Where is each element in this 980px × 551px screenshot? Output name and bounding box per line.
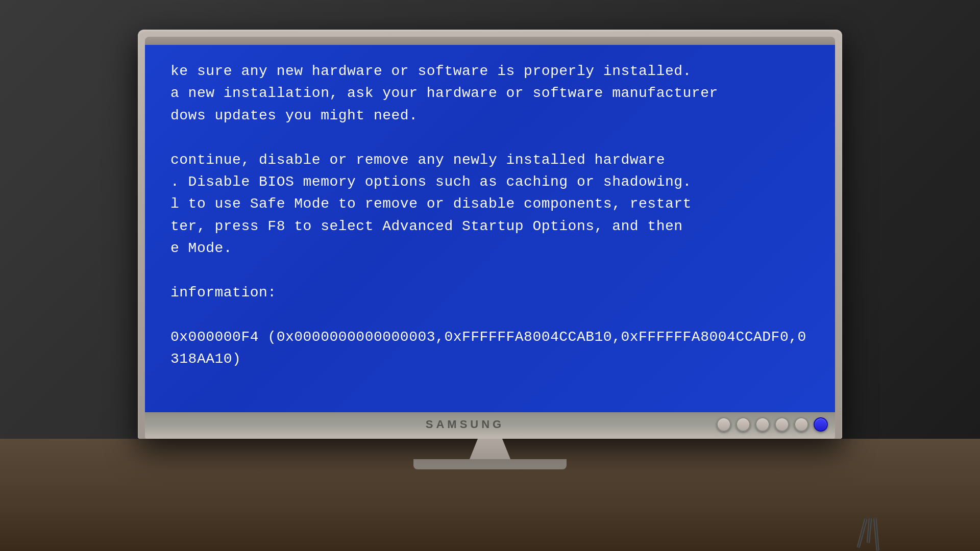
bsod-screen: ke sure any new hardware or software is … (145, 45, 835, 412)
monitor-btn-enter[interactable] (775, 417, 789, 432)
bsod-line: dows updates you might need. (170, 105, 810, 127)
monitor-btn-power[interactable] (814, 417, 828, 432)
bsod-line: a new installation, ask your hardware or… (170, 82, 810, 104)
monitor-screen: ke sure any new hardware or software is … (145, 45, 835, 412)
bsod-line: 0x000000F4 (0x0000000000000003,0xFFFFFFA… (170, 326, 810, 348)
bsod-line: information: (170, 282, 810, 304)
monitor-btn-menu[interactable] (717, 417, 731, 432)
bsod-line: 318AA10) (170, 348, 810, 370)
bsod-empty-line (170, 370, 810, 392)
bsod-line: e Mode. (170, 237, 810, 259)
bsod-line: ke sure any new hardware or software is … (170, 60, 810, 82)
cables (861, 518, 878, 551)
monitor-outer-bezel: ke sure any new hardware or software is … (138, 30, 842, 439)
monitor-controls (717, 417, 828, 432)
bsod-line: l to use Safe Mode to remove or disable … (170, 193, 810, 215)
bsod-line: ter, press F8 to select Advanced Startup… (170, 215, 810, 237)
bsod-line: . Disable BIOS memory options such as ca… (170, 171, 810, 193)
room-background: ke sure any new hardware or software is … (0, 0, 980, 551)
monitor-bezel-top (145, 37, 835, 45)
cable-2 (867, 518, 872, 543)
bsod-text-content: ke sure any new hardware or software is … (170, 60, 810, 412)
monitor-stand-base (413, 459, 567, 469)
bsod-empty-line (170, 260, 810, 282)
bsod-empty-line (170, 127, 810, 148)
bsod-empty-line (170, 304, 810, 325)
monitor-bezel-bottom: SAMSUNG (145, 412, 835, 439)
monitor-stand-neck (470, 439, 510, 459)
bsod-line: continue, disable or remove any newly in… (170, 149, 810, 171)
bsod-empty-line (170, 392, 810, 412)
monitor-brand-label: SAMSUNG (213, 418, 717, 431)
monitor-btn-auto[interactable] (794, 417, 808, 432)
monitor-btn-up[interactable] (736, 417, 750, 432)
monitor-btn-down[interactable] (755, 417, 770, 432)
monitor-wrapper: ke sure any new hardware or software is … (138, 30, 842, 469)
